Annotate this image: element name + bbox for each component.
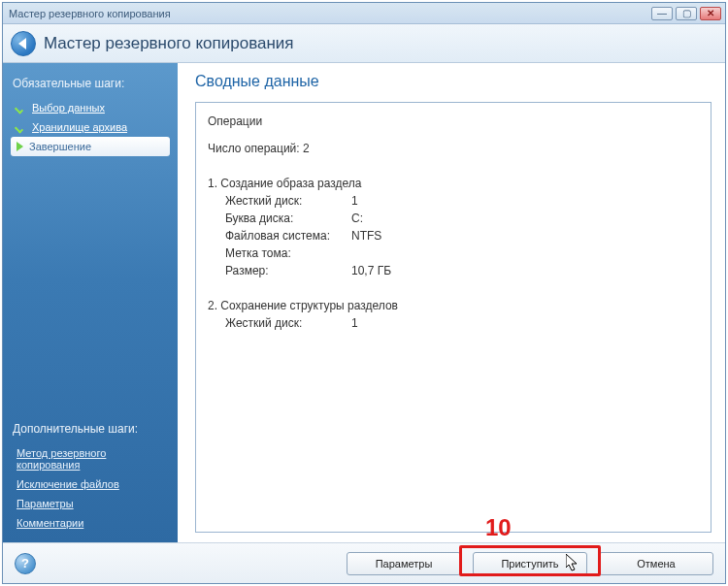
sidebar-item-label: Комментарии <box>17 517 83 529</box>
sidebar-item-backup-method[interactable]: Метод резервного копирования <box>11 443 170 474</box>
sidebar-item-comments[interactable]: Комментарии <box>11 513 170 533</box>
operations-count: Число операций: 2 <box>208 140 699 157</box>
summary-box: Операции Число операций: 2 1. Создание о… <box>195 102 711 533</box>
sidebar-extra-title: Дополнительные шаги: <box>13 422 170 436</box>
content-title: Сводные данные <box>195 73 711 90</box>
kv-row: Размер:10,7 ГБ <box>225 262 699 279</box>
body: Обязательные шаги: Выбор данных Хранилищ… <box>3 63 725 542</box>
sidebar-item-file-exclusion[interactable]: Исключение файлов <box>11 474 170 494</box>
kv-row: Файловая система:NTFS <box>225 227 699 244</box>
ops-count-value: 2 <box>303 142 310 155</box>
titlebar-buttons: — ▢ ✕ <box>651 7 721 20</box>
sidebar-required-title: Обязательные шаги: <box>13 77 170 90</box>
sidebar-item-archive-storage[interactable]: Хранилище архива <box>11 117 170 137</box>
check-icon <box>17 122 26 132</box>
sidebar-item-label: Параметры <box>17 498 74 509</box>
sidebar: Обязательные шаги: Выбор данных Хранилищ… <box>3 63 178 542</box>
titlebar: Мастер резервного копирования — ▢ ✕ <box>3 3 725 24</box>
sidebar-item-select-data[interactable]: Выбор данных <box>11 98 170 117</box>
minimize-button[interactable]: — <box>651 7 673 20</box>
sidebar-item-finish[interactable]: Завершение <box>11 137 170 156</box>
sidebar-item-label: Хранилище архива <box>32 121 127 133</box>
sidebar-item-label: Завершение <box>29 141 91 152</box>
check-icon <box>17 103 26 113</box>
footer: ? Параметры Приступить Отмена <box>3 542 725 583</box>
operation-1-title: 1. Создание образа раздела <box>208 175 699 192</box>
ops-count-label: Число операций: <box>208 142 300 155</box>
close-button[interactable]: ✕ <box>700 7 721 20</box>
back-button[interactable] <box>11 31 36 56</box>
arrow-right-icon <box>17 142 23 151</box>
operation-2-title: 2. Сохранение структуры разделов <box>208 297 699 314</box>
header: Мастер резервного копирования <box>3 24 725 63</box>
sidebar-item-label: Выбор данных <box>32 102 105 114</box>
kv-row: Жесткий диск:1 <box>225 192 699 210</box>
kv-row: Жесткий диск:1 <box>225 314 699 332</box>
operation-1-details: Жесткий диск:1 Буква диска:C: Файловая с… <box>225 192 699 279</box>
back-arrow-icon <box>18 38 26 49</box>
sidebar-extra: Дополнительные шаги: Метод резервного ко… <box>11 418 170 533</box>
proceed-button[interactable]: Приступить <box>473 552 587 575</box>
kv-row: Буква диска:C: <box>225 210 699 227</box>
cancel-button[interactable]: Отмена <box>599 552 713 575</box>
sidebar-item-label: Метод резервного копирования <box>17 447 164 471</box>
header-title: Мастер резервного копирования <box>44 34 294 53</box>
operations-heading: Операции <box>208 113 699 130</box>
kv-row: Метка тома: <box>225 244 699 262</box>
wizard-window: Мастер резервного копирования — ▢ ✕ Маст… <box>2 2 726 584</box>
content: Сводные данные Операции Число операций: … <box>178 63 725 542</box>
help-icon[interactable]: ? <box>15 553 36 574</box>
sidebar-item-label: Исключение файлов <box>17 478 119 490</box>
operation-2-details: Жесткий диск:1 <box>225 314 699 332</box>
sidebar-item-parameters[interactable]: Параметры <box>11 494 170 513</box>
window-title: Мастер резервного копирования <box>7 8 651 19</box>
maximize-button[interactable]: ▢ <box>676 7 697 20</box>
parameters-button[interactable]: Параметры <box>347 552 461 575</box>
